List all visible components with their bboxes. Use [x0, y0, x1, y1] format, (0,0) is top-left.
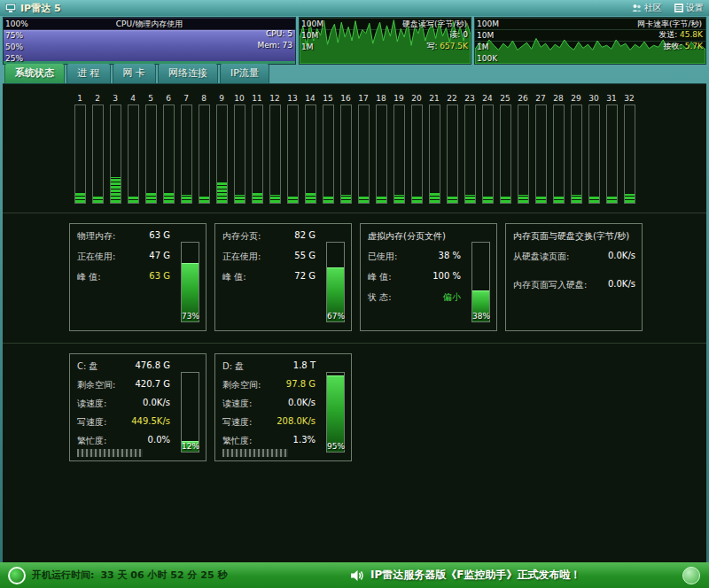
core-cell: 24: [479, 93, 496, 204]
core-usage-bar: [269, 104, 281, 204]
net-recv-readout: 接收: 5.7K: [664, 41, 703, 52]
core-cell: 11: [248, 93, 266, 204]
title-bar: IP雷达 5 社区 设置: [0, 0, 709, 16]
busy-meter: [77, 449, 143, 457]
core-cell: 1: [71, 93, 89, 204]
core-number: 4: [130, 93, 136, 104]
memory-panels-row: 物理内存:63 G 正在使用:47 G 峰 值:63 G 73% 内存分页:82…: [3, 213, 706, 344]
busy-meter: [222, 449, 288, 457]
announcement-text[interactable]: IP雷达服务器版《F监控助手》正式发布啦！: [370, 568, 580, 583]
core-number: 7: [183, 93, 189, 104]
core-usage-bar: [358, 104, 370, 204]
core-usage-bar: [74, 104, 86, 204]
core-number: 19: [393, 93, 403, 104]
status-badge: 偏小: [443, 291, 461, 304]
core-number: 29: [571, 93, 580, 104]
speaker-icon: [351, 569, 364, 582]
core-usage-bar: [393, 104, 405, 204]
community-icon: [632, 4, 642, 12]
core-cell: 30: [585, 93, 603, 204]
core-usage-bar: [571, 104, 582, 204]
virtual-memory-gauge: 38%: [471, 242, 490, 322]
core-usage-bar: [482, 104, 494, 204]
core-usage-bar: [128, 104, 139, 204]
core-cell: 10: [230, 93, 248, 204]
cpu-readout: CPU: 5: [266, 29, 292, 38]
core-usage-bar: [429, 104, 440, 204]
settings-icon: [674, 4, 683, 12]
core-number: 32: [624, 93, 634, 104]
core-usage-bar: [606, 104, 618, 204]
core-number: 1: [77, 93, 82, 104]
core-cell: 3: [106, 93, 124, 204]
core-number: 25: [500, 93, 510, 104]
disk-write-readout: 写: 657.5K: [426, 41, 468, 52]
core-cell: 19: [390, 93, 408, 204]
core-number: 26: [518, 93, 527, 104]
core-cell: 20: [408, 93, 425, 204]
core-usage-bar: [447, 104, 458, 204]
drive-d-gauge: 95%: [326, 372, 345, 453]
tab-processes[interactable]: 进 程: [66, 63, 111, 83]
disk-panels-row: C: 盘476.8 G 剩余空间:420.7 G 读速度:0.0K/s 写速度:…: [3, 344, 706, 473]
core-cell: 12: [266, 93, 284, 204]
core-number: 31: [606, 93, 616, 104]
core-cell: 23: [461, 93, 479, 204]
net-send-readout: 发送: 45.8K: [658, 29, 703, 41]
core-usage-bar: [500, 104, 511, 204]
cpu-memory-chart: 100% 75% 50% 25% CPU/物理内存使用 CPU: 5 Mem: …: [3, 17, 296, 65]
core-number: 20: [411, 93, 421, 104]
memory-paging-gauge: 67%: [326, 242, 345, 322]
app-icon: [5, 4, 16, 13]
core-cell: 8: [195, 93, 213, 204]
cpu-usage-band: [4, 61, 295, 64]
core-cell: 16: [337, 93, 354, 204]
core-number: 13: [287, 93, 297, 104]
community-button[interactable]: 社区: [632, 2, 662, 14]
core-usage-bar: [234, 104, 245, 204]
tab-ip-traffic[interactable]: IP流量: [220, 63, 269, 83]
core-usage-bar: [553, 104, 565, 204]
status-right-icon[interactable]: [682, 567, 700, 584]
core-number: 8: [201, 93, 206, 104]
core-number: 18: [376, 93, 386, 104]
tab-network-connections[interactable]: 网络连接: [158, 63, 218, 83]
app-window: IP雷达 5 社区 设置 100% 75%: [0, 0, 709, 588]
virtual-memory-panel: 虚拟内存(分页文件) 已使用:38 % 峰 值:100 % 状 态:偏小 38%: [360, 223, 497, 331]
core-usage-bar: [181, 104, 192, 204]
core-cell: 25: [496, 93, 514, 204]
core-usage-bar: [110, 104, 121, 204]
settings-button[interactable]: 设置: [674, 2, 704, 14]
core-number: 24: [482, 93, 492, 104]
core-usage-bar: [216, 104, 228, 204]
main-content: 1234567891011121314151617181920212223242…: [3, 83, 706, 562]
core-usage-bar: [340, 104, 352, 204]
core-cell: 4: [124, 93, 142, 204]
core-usage-bar: [535, 104, 547, 204]
core-cell: 32: [620, 93, 638, 204]
drive-c-gauge: 12%: [181, 372, 199, 453]
core-usage-bar: [323, 104, 334, 204]
core-number: 28: [553, 93, 563, 104]
tab-network-card[interactable]: 网 卡: [113, 63, 157, 83]
physical-memory-gauge: 73%: [181, 242, 199, 322]
page-swap-panel: 内存页面与硬盘交换(字节/秒) 从硬盘读页面:0.0K/s 内存页面写入硬盘:0…: [505, 223, 643, 331]
disk-chart-scale: 100M 10M 1M: [301, 19, 323, 53]
core-number: 14: [305, 93, 315, 104]
tab-system-status[interactable]: 系统状态: [4, 63, 65, 83]
core-usage-bar: [163, 104, 175, 204]
core-cell: 31: [603, 93, 620, 204]
core-cell: 18: [372, 93, 390, 204]
physical-memory-panel: 物理内存:63 G 正在使用:47 G 峰 值:63 G 73%: [69, 223, 206, 331]
core-usage-bar: [624, 104, 635, 204]
core-usage-bar: [376, 104, 387, 204]
core-number: 12: [269, 93, 279, 104]
core-cell: 21: [425, 93, 443, 204]
core-cell: 28: [549, 93, 567, 204]
disk-io-chart: 100M 10M 1M 硬盘读写(字节/秒) 读: 0 写: 657.5K: [299, 17, 471, 65]
core-cell: 9: [213, 93, 230, 204]
core-number: 5: [148, 93, 153, 104]
core-usage-bar: [305, 104, 316, 204]
core-usage-bar: [287, 104, 299, 204]
core-usage-bar: [252, 104, 263, 204]
